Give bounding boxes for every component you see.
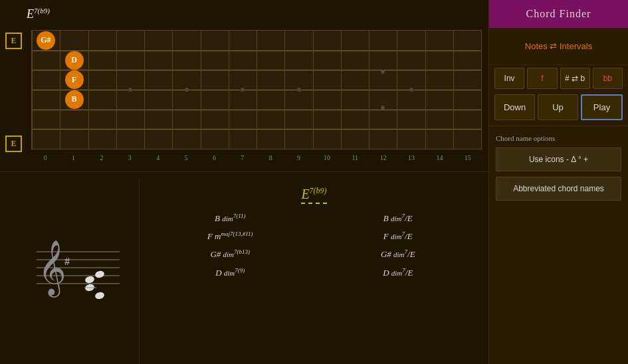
- staff-notation: 𝄞 #: [17, 225, 123, 318]
- divider-1: [489, 126, 628, 126]
- chord-row-1: B dim7(11) B dim7/E: [146, 213, 482, 224]
- chord-row-3: G# dim7(b13) G# dim7/E: [146, 248, 482, 260]
- svg-text:#: #: [64, 256, 70, 267]
- chord-item-right-3[interactable]: G# dim7/E: [345, 248, 451, 260]
- abbreviated-chord-names-button[interactable]: Abbreviated chord names: [496, 177, 621, 201]
- sidebar: Chord Finder Notes ⇄ Intervals Inv f # ⇄…: [488, 0, 628, 364]
- string-label-top: E: [5, 33, 22, 49]
- chord-item-left-1[interactable]: B dim7(11): [177, 213, 283, 224]
- main-area: E7(b9) E E: [0, 0, 488, 364]
- chord-item-right-1[interactable]: B dim7/E: [345, 213, 451, 224]
- up-button[interactable]: Up: [538, 94, 578, 120]
- chord-row-4: D dim7(9) D dim7/E: [146, 267, 482, 278]
- chord-name-section: Chord name options Use icons - Δ ° + Abb…: [489, 129, 628, 211]
- chord-quality: 7(b9): [34, 7, 50, 15]
- notes-intervals-button[interactable]: Notes ⇄ Intervals: [494, 36, 623, 56]
- use-icons-button[interactable]: Use icons - Δ ° +: [496, 147, 621, 171]
- fret-numbers: 0 1 2 3 4 5 6 7 8 9 10 11 12 13 14 15: [31, 154, 482, 161]
- chord-item-left-2[interactable]: F mmaj7(13,#11): [177, 230, 283, 242]
- chord-list: E7(b9) B dim7(11) B dim7/E F mmaj7(13,#1…: [140, 179, 488, 364]
- chord-item-left-3[interactable]: G# dim7(b13): [177, 248, 283, 260]
- string-label-bottom: E: [5, 136, 22, 152]
- chord-item-left-4[interactable]: D dim7(9): [177, 267, 283, 278]
- chord-display-name: E7(b9): [146, 186, 482, 202]
- sidebar-header: Chord Finder: [489, 0, 628, 28]
- inv-button[interactable]: Inv: [494, 68, 524, 89]
- sharp-flat-button[interactable]: # ⇄ b: [560, 68, 590, 89]
- chord-title: E7(b9): [27, 7, 50, 21]
- bb-button[interactable]: bb: [593, 68, 623, 89]
- staff-area: 𝄞 #: [0, 179, 140, 364]
- chord-name-options-label: Chord name options: [496, 134, 621, 142]
- play-button[interactable]: Play: [581, 94, 623, 120]
- note-f: F: [65, 70, 84, 89]
- f-button[interactable]: f: [527, 68, 557, 89]
- note-d: D: [65, 51, 84, 70]
- sidebar-title: Chord Finder: [526, 8, 591, 19]
- svg-text:𝄞: 𝄞: [38, 240, 66, 298]
- note-b: B: [65, 90, 84, 109]
- chord-item-right-2[interactable]: F dim7/E: [345, 230, 451, 242]
- chord-row-2: F mmaj7(13,#11) F dim7/E: [146, 230, 482, 242]
- playback-row: Down Up Play: [489, 92, 628, 123]
- svg-point-7: [84, 275, 94, 284]
- control-row-1: Inv f # ⇄ b bb: [489, 65, 628, 92]
- svg-point-8: [94, 270, 104, 278]
- chord-item-right-4[interactable]: D dim7/E: [345, 267, 451, 278]
- svg-point-10: [94, 291, 104, 300]
- down-button[interactable]: Down: [494, 94, 535, 120]
- fretboard: G# D F B: [31, 30, 482, 149]
- note-gsharp: G#: [37, 31, 55, 50]
- chord-root: E: [27, 7, 34, 21]
